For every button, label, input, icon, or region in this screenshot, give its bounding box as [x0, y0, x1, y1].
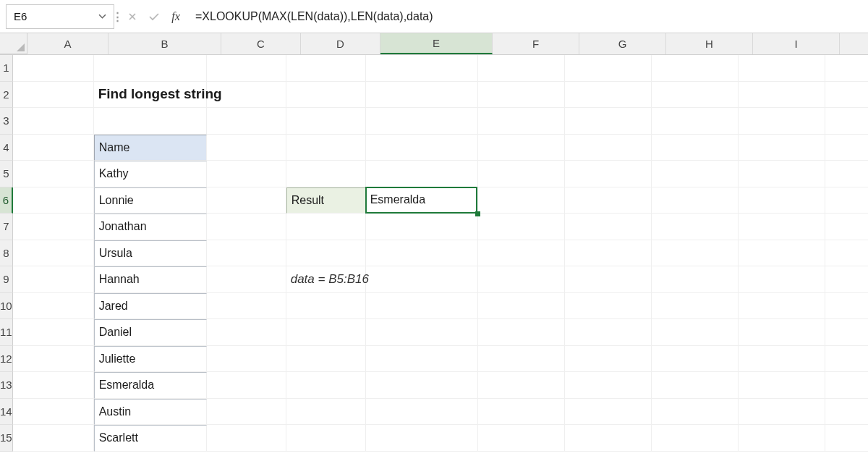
table-row[interactable]: Daniel — [94, 319, 207, 346]
cell[interactable] — [652, 55, 739, 82]
cell[interactable] — [478, 399, 565, 426]
cell[interactable] — [13, 135, 94, 161]
row-header[interactable]: 10 — [0, 293, 13, 320]
cell[interactable] — [207, 161, 286, 187]
cell[interactable] — [286, 240, 366, 267]
table-row[interactable]: Jonathan — [94, 214, 207, 240]
cell[interactable] — [366, 82, 478, 109]
cell[interactable] — [286, 319, 366, 346]
row-header[interactable]: 9 — [0, 266, 13, 293]
row-header[interactable]: 15 — [0, 425, 13, 452]
cell[interactable] — [739, 108, 825, 135]
cell[interactable] — [565, 293, 652, 320]
cell[interactable] — [207, 108, 286, 135]
cell[interactable] — [565, 82, 652, 109]
cell[interactable] — [207, 293, 286, 320]
cell[interactable] — [825, 319, 868, 346]
cell[interactable] — [286, 214, 366, 240]
cell[interactable] — [13, 399, 94, 426]
cell[interactable] — [565, 161, 652, 187]
cell[interactable] — [286, 82, 366, 109]
cell[interactable] — [825, 135, 868, 161]
cell[interactable] — [207, 187, 286, 214]
cell[interactable] — [652, 161, 739, 187]
cell-grid[interactable]: Find longest string Name — [13, 55, 868, 452]
table-row[interactable]: Esmeralda — [94, 372, 207, 399]
cell[interactable] — [825, 187, 868, 214]
cell[interactable] — [366, 214, 478, 240]
row-header[interactable]: 7 — [0, 214, 13, 240]
cell[interactable] — [739, 346, 825, 373]
cell[interactable] — [825, 55, 868, 82]
result-value-cell[interactable]: Esmeralda — [366, 187, 478, 214]
cell[interactable] — [825, 293, 868, 320]
cell-title[interactable]: Find longest string — [94, 82, 207, 109]
cell[interactable] — [478, 372, 565, 399]
cell[interactable] — [13, 293, 94, 320]
column-header[interactable]: A — [27, 33, 109, 54]
cell[interactable] — [825, 82, 868, 109]
column-header[interactable]: D — [301, 33, 380, 54]
cell[interactable] — [286, 293, 366, 320]
cell[interactable] — [652, 319, 739, 346]
cell[interactable] — [739, 240, 825, 267]
cell[interactable] — [366, 108, 478, 135]
row-header[interactable]: 11 — [0, 319, 13, 346]
table-row[interactable]: Scarlett — [94, 425, 207, 452]
cell[interactable] — [207, 319, 286, 346]
cell[interactable] — [366, 240, 478, 267]
cell[interactable] — [94, 108, 207, 135]
cell[interactable] — [565, 372, 652, 399]
cell[interactable] — [286, 399, 366, 426]
cell[interactable] — [565, 187, 652, 214]
cell[interactable] — [825, 399, 868, 426]
table-row[interactable]: Kathy — [94, 161, 207, 187]
cell[interactable] — [565, 240, 652, 267]
fill-handle[interactable] — [475, 211, 480, 216]
table-row[interactable]: Austin — [94, 399, 207, 426]
row-header[interactable]: 3 — [0, 108, 13, 135]
cell[interactable] — [565, 399, 652, 426]
cell[interactable] — [565, 346, 652, 373]
cell[interactable] — [13, 214, 94, 240]
table-row[interactable]: Lonnie — [94, 187, 207, 214]
cell[interactable] — [652, 214, 739, 240]
cell[interactable] — [652, 372, 739, 399]
cell[interactable] — [652, 399, 739, 426]
cell[interactable] — [286, 372, 366, 399]
row-header[interactable]: 1 — [0, 55, 13, 82]
cell[interactable] — [565, 55, 652, 82]
cell[interactable] — [739, 425, 825, 452]
table-header-name[interactable]: Name — [94, 135, 207, 161]
cell[interactable] — [825, 266, 868, 293]
cell[interactable] — [652, 108, 739, 135]
insert-function-button[interactable]: fx — [165, 4, 187, 29]
cell[interactable] — [739, 293, 825, 320]
cell[interactable] — [825, 108, 868, 135]
cell[interactable] — [478, 266, 565, 293]
table-row[interactable]: Hannah — [94, 266, 207, 293]
cell[interactable] — [478, 319, 565, 346]
cell[interactable] — [13, 266, 94, 293]
cell[interactable] — [207, 346, 286, 373]
cell[interactable] — [565, 266, 652, 293]
column-header[interactable]: B — [109, 33, 221, 54]
cell[interactable] — [478, 82, 565, 109]
cell[interactable] — [739, 55, 825, 82]
cell[interactable] — [207, 55, 286, 82]
cell[interactable] — [366, 55, 478, 82]
column-header[interactable]: C — [221, 33, 301, 54]
cell[interactable] — [739, 135, 825, 161]
cell[interactable] — [207, 135, 286, 161]
cancel-formula-button[interactable] — [122, 4, 143, 29]
cell[interactable] — [207, 266, 286, 293]
cell[interactable] — [366, 266, 478, 293]
row-header[interactable]: 2 — [0, 82, 13, 109]
cell[interactable] — [478, 425, 565, 452]
cell[interactable] — [366, 135, 478, 161]
cell[interactable] — [739, 372, 825, 399]
row-header[interactable]: 8 — [0, 240, 13, 267]
cell[interactable] — [13, 161, 94, 187]
cell[interactable] — [286, 55, 366, 82]
column-header[interactable]: I — [753, 33, 840, 54]
